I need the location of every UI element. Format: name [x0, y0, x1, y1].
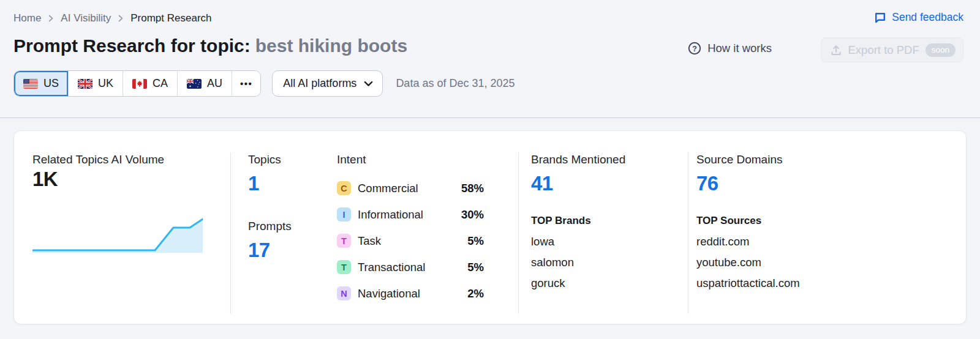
intent-row-task: T Task 5%	[337, 228, 484, 254]
breadcrumb-ai-visibility[interactable]: AI Visibility	[61, 12, 111, 24]
intent-percent: 5%	[467, 234, 484, 248]
intent-name: Transactional	[358, 261, 425, 274]
how-it-works-label: How it works	[707, 42, 772, 55]
prompts-label: Prompts	[248, 219, 292, 234]
intent-badge-commercial: C	[337, 181, 351, 195]
intent-percent: 30%	[461, 208, 484, 222]
intent-percent: 58%	[461, 182, 484, 195]
send-feedback-link[interactable]: Send feedback	[874, 11, 963, 24]
country-tabs: US UK CA	[13, 70, 261, 97]
chevron-down-icon	[364, 81, 373, 87]
top-sources-list: reddit.com youtube.com uspatriottactical…	[696, 231, 868, 294]
intent-name: Navigational	[358, 287, 420, 300]
brand-item: salomon	[531, 252, 678, 273]
soon-badge: soon	[925, 43, 956, 57]
prompts-value: 17	[248, 238, 292, 263]
export-to-pdf-button[interactable]: Export to PDF soon	[821, 37, 963, 62]
breadcrumb-current: Prompt Research	[130, 12, 211, 24]
section-divider	[688, 152, 688, 314]
page-title: Prompt Research for topic:best hiking bo…	[13, 35, 407, 56]
country-tab-au-label: AU	[207, 77, 222, 90]
related-topics-value: 1K	[32, 167, 216, 192]
chevron-right-icon	[118, 15, 124, 22]
export-upload-icon	[830, 44, 842, 56]
breadcrumb-home[interactable]: Home	[13, 12, 41, 24]
source-item: reddit.com	[696, 231, 868, 252]
feedback-bubble-icon	[874, 12, 886, 24]
ai-platforms-dropdown[interactable]: All AI platforms	[272, 70, 383, 97]
ca-flag-icon	[132, 79, 147, 89]
country-tab-us[interactable]: US	[14, 71, 69, 96]
summary-card: Related Topics AI Volume 1K Topics 1 Pro…	[13, 130, 967, 324]
data-as-of-label: Data as of Dec 31, 2025	[396, 77, 514, 90]
intent-percent: 5%	[467, 261, 484, 274]
intent-percent: 2%	[467, 287, 484, 300]
topics-label: Topics	[248, 152, 292, 167]
country-tab-au[interactable]: AU	[178, 71, 232, 96]
intent-row-navigational: N Navigational 2%	[337, 280, 484, 307]
intent-row-transactional: T Transactional 5%	[337, 254, 484, 280]
topic-name: best hiking boots	[255, 35, 407, 56]
related-topics-section: Related Topics AI Volume 1K	[32, 152, 216, 192]
intent-section: Intent C Commercial 58% I Informational …	[337, 152, 484, 307]
country-tab-ca[interactable]: CA	[123, 71, 178, 96]
topics-value: 1	[248, 171, 292, 196]
country-tab-us-label: US	[43, 77, 59, 90]
chevron-right-icon	[48, 15, 54, 22]
topics-section: Topics 1 Prompts 17	[248, 152, 292, 263]
send-feedback-label: Send feedback	[892, 11, 963, 24]
section-divider	[230, 152, 231, 314]
us-flag-icon	[23, 79, 38, 89]
intent-row-commercial: C Commercial 58%	[337, 175, 484, 201]
page-title-prefix: Prompt Research for topic:	[13, 35, 251, 56]
sparkline-fill	[32, 219, 203, 253]
uk-flag-icon	[78, 79, 92, 89]
top-brands-label: TOP Brands	[531, 214, 678, 228]
country-tab-uk-label: UK	[98, 77, 113, 90]
header-divider	[0, 117, 980, 118]
top-sources-label: TOP Sources	[696, 214, 868, 228]
source-item: uspatriottactical.com	[696, 273, 868, 294]
brands-mentioned-value: 41	[531, 171, 678, 196]
country-tabs-more-button[interactable]: •••	[232, 71, 260, 96]
section-divider	[518, 152, 519, 314]
question-circle-icon: ?	[688, 42, 701, 55]
filter-row: US UK CA	[13, 70, 515, 97]
breadcrumb: Home AI Visibility Prompt Research	[13, 12, 212, 24]
country-tab-uk[interactable]: UK	[69, 71, 123, 96]
intent-name: Commercial	[358, 182, 418, 195]
sources-section: Source Domains 76 TOP Sources reddit.com…	[696, 152, 868, 294]
country-tab-ca-label: CA	[153, 77, 168, 90]
export-to-pdf-label: Export to PDF	[848, 43, 919, 57]
ai-platforms-dropdown-value: All AI platforms	[283, 77, 356, 90]
intent-badge-task: T	[337, 234, 351, 248]
intent-row-informational: I Informational 30%	[337, 201, 484, 228]
intent-badge-transactional: T	[337, 260, 351, 274]
brands-section: Brands Mentioned 41 TOP Brands lowa salo…	[531, 152, 678, 294]
top-brands-list: lowa salomon goruck	[531, 231, 678, 294]
how-it-works-link[interactable]: ? How it works	[688, 42, 772, 55]
source-item: youtube.com	[696, 252, 868, 273]
source-domains-value: 76	[696, 171, 868, 196]
svg-text:?: ?	[692, 45, 697, 53]
related-topics-label: Related Topics AI Volume	[32, 152, 216, 167]
intent-name: Informational	[358, 208, 423, 222]
au-flag-icon	[187, 79, 202, 89]
intent-label: Intent	[337, 152, 484, 167]
intent-badge-informational: I	[337, 207, 351, 222]
brand-item: goruck	[531, 273, 678, 294]
intent-badge-navigational: N	[337, 286, 351, 300]
brands-mentioned-label: Brands Mentioned	[531, 152, 678, 167]
brand-item: lowa	[531, 231, 678, 252]
ai-volume-sparkline	[32, 211, 203, 253]
source-domains-label: Source Domains	[696, 152, 868, 167]
intent-name: Task	[358, 234, 381, 248]
